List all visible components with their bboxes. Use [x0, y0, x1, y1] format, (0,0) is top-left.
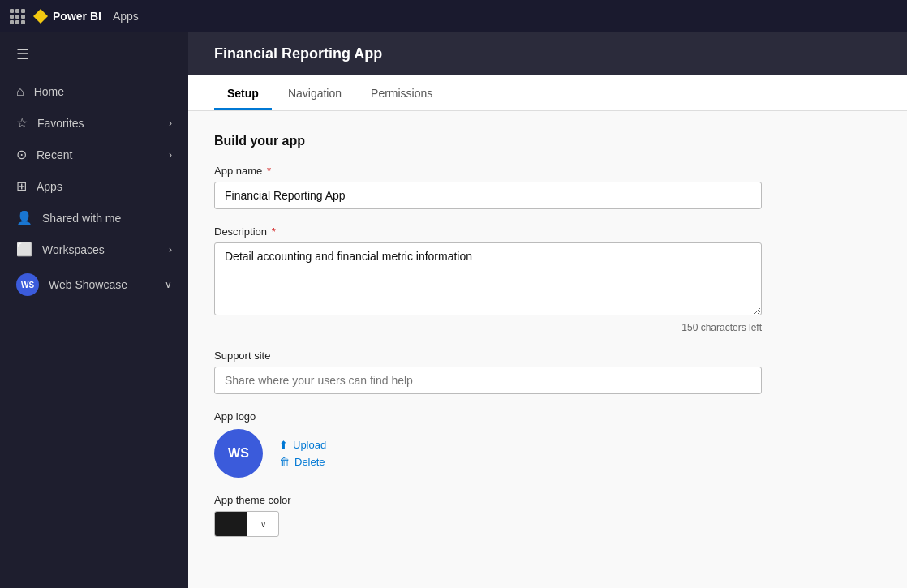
tab-permissions[interactable]: Permissions [358, 75, 445, 110]
description-input[interactable] [214, 242, 762, 315]
sidebar-item-apps[interactable]: ⊞ Apps [0, 170, 188, 202]
sidebar-item-label: Workspaces [42, 243, 105, 256]
form-area: Build your app App name * Description * … [188, 111, 907, 588]
sidebar-item-label: Recent [37, 148, 72, 161]
sidebar-item-favorites[interactable]: ☆ Favorites › [0, 107, 188, 139]
powerbi-logo [33, 9, 48, 24]
app-name-input[interactable] [214, 182, 762, 209]
chevron-right-icon: › [169, 118, 172, 129]
chevron-right-icon: › [169, 149, 172, 161]
sidebar: ☰ ⌂ Home ☆ Favorites › ⊙ Recent › ⊞ Apps… [0, 32, 188, 588]
workspaces-icon: ⬜ [16, 242, 32, 257]
color-picker[interactable]: ∨ [214, 511, 279, 537]
sidebar-item-workspaces[interactable]: ⬜ Workspaces › [0, 234, 188, 265]
tabs-bar: Setup Navigation Permissions [188, 75, 907, 111]
main-layout: ☰ ⌂ Home ☆ Favorites › ⊙ Recent › ⊞ Apps… [0, 32, 907, 588]
logo-preview: WS [214, 429, 263, 478]
chevron-down-icon: ∨ [165, 279, 172, 290]
theme-color-label: App theme color [214, 494, 881, 506]
tab-navigation[interactable]: Navigation [275, 75, 355, 110]
support-site-group: Support site [214, 350, 881, 394]
sidebar-item-recent[interactable]: ⊙ Recent › [0, 139, 188, 170]
content-header: Financial Reporting App [188, 32, 907, 75]
brand-title: Power BI [53, 10, 101, 23]
logo-section: WS ⬆ Upload 🗑 Delete [214, 429, 881, 478]
app-logo-group: App logo WS ⬆ Upload 🗑 Delete [214, 410, 881, 478]
app-logo-label: App logo [214, 410, 881, 423]
chevron-right-icon: › [169, 244, 172, 255]
theme-color-group: App theme color ∨ [214, 494, 881, 537]
topbar-apps-label[interactable]: Apps [113, 10, 139, 23]
tab-setup[interactable]: Setup [214, 75, 272, 110]
sidebar-item-label: Home [34, 85, 64, 98]
required-marker: * [269, 225, 276, 238]
sidebar-item-label: Shared with me [42, 212, 121, 225]
description-label: Description * [214, 225, 881, 238]
apps-icon: ⊞ [16, 178, 27, 194]
sidebar-item-label: Favorites [37, 117, 84, 130]
waffle-menu[interactable] [10, 9, 25, 24]
recent-icon: ⊙ [16, 147, 27, 162]
chevron-down-icon: ∨ [247, 520, 278, 529]
char-count: 150 characters left [214, 322, 762, 333]
sidebar-item-home[interactable]: ⌂ Home [0, 76, 188, 107]
support-site-input[interactable] [214, 367, 762, 394]
logo-actions: ⬆ Upload 🗑 Delete [279, 439, 326, 468]
workspace-avatar: WS [16, 273, 39, 296]
form-section-title: Build your app [214, 134, 881, 148]
required-marker: * [264, 165, 271, 177]
sidebar-item-web-showcase[interactable]: WS Web Showcase ∨ [0, 265, 188, 304]
home-icon: ⌂ [16, 84, 24, 99]
sidebar-item-label: Web Showcase [49, 278, 127, 291]
upload-icon: ⬆ [279, 439, 288, 451]
shared-icon: 👤 [16, 210, 32, 225]
app-name-label: App name * [214, 165, 881, 177]
hamburger-button[interactable]: ☰ [0, 32, 188, 76]
topbar: Power BI Apps [0, 0, 907, 32]
content-area: Financial Reporting App Setup Navigation… [188, 32, 907, 588]
description-group: Description * 150 characters left [214, 225, 881, 333]
favorites-icon: ☆ [16, 115, 28, 131]
color-swatch [215, 512, 247, 536]
app-name-group: App name * [214, 165, 881, 209]
upload-button[interactable]: ⬆ Upload [279, 439, 326, 451]
delete-icon: 🗑 [279, 456, 290, 468]
support-site-label: Support site [214, 350, 881, 362]
delete-button[interactable]: 🗑 Delete [279, 456, 326, 468]
sidebar-item-shared[interactable]: 👤 Shared with me [0, 202, 188, 234]
brand: Power BI [33, 9, 101, 24]
sidebar-item-label: Apps [37, 180, 62, 193]
page-title: Financial Reporting App [214, 45, 382, 62]
